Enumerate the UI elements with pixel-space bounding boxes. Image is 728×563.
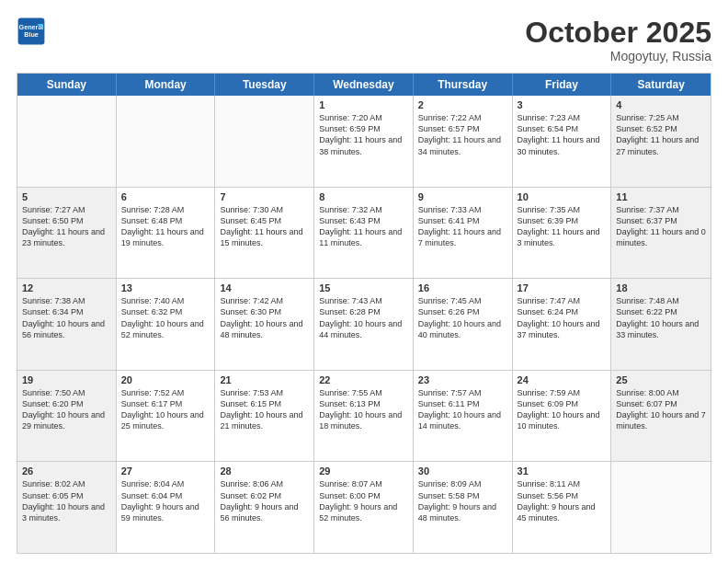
- cell-info: Sunrise: 7:47 AM Sunset: 6:24 PM Dayligh…: [518, 295, 607, 340]
- page: General Blue October 2025 Mogoytuy, Russ…: [0, 0, 728, 563]
- day-number: 29: [319, 465, 408, 477]
- day-number: 30: [418, 465, 507, 477]
- day-number: 15: [319, 282, 408, 293]
- cal-cell-r1c3: 8Sunrise: 7:32 AM Sunset: 6:43 PM Daylig…: [314, 188, 414, 279]
- day-number: 12: [22, 282, 111, 293]
- cell-info: Sunrise: 7:43 AM Sunset: 6:28 PM Dayligh…: [319, 295, 408, 340]
- day-number: 2: [418, 99, 507, 110]
- cal-cell-r2c5: 17Sunrise: 7:47 AM Sunset: 6:24 PM Dayli…: [513, 279, 612, 370]
- title-block: October 2025 Mogoytuy, Russia: [525, 17, 711, 63]
- header-tuesday: Tuesday: [215, 74, 314, 96]
- cal-cell-r3c4: 23Sunrise: 7:57 AM Sunset: 6:11 PM Dayli…: [414, 371, 513, 462]
- cell-info: Sunrise: 7:25 AM Sunset: 6:52 PM Dayligh…: [616, 112, 706, 157]
- day-number: 24: [518, 374, 607, 385]
- cal-cell-r3c3: 22Sunrise: 7:55 AM Sunset: 6:13 PM Dayli…: [314, 371, 414, 462]
- cell-info: Sunrise: 7:59 AM Sunset: 6:09 PM Dayligh…: [518, 387, 607, 432]
- calendar-body: 1Sunrise: 7:20 AM Sunset: 6:59 PM Daylig…: [17, 96, 711, 553]
- cal-cell-r3c1: 20Sunrise: 7:52 AM Sunset: 6:17 PM Dayli…: [117, 371, 216, 462]
- cell-info: Sunrise: 7:55 AM Sunset: 6:13 PM Dayligh…: [319, 387, 408, 432]
- day-number: 22: [319, 374, 408, 385]
- calendar: Sunday Monday Tuesday Wednesday Thursday…: [17, 73, 711, 554]
- cal-cell-r2c3: 15Sunrise: 7:43 AM Sunset: 6:28 PM Dayli…: [314, 279, 414, 370]
- calendar-header: Sunday Monday Tuesday Wednesday Thursday…: [17, 74, 711, 96]
- cell-info: Sunrise: 7:22 AM Sunset: 6:57 PM Dayligh…: [418, 112, 507, 157]
- cell-info: Sunrise: 7:42 AM Sunset: 6:30 PM Dayligh…: [220, 295, 309, 340]
- cell-info: Sunrise: 8:02 AM Sunset: 6:05 PM Dayligh…: [22, 478, 111, 523]
- day-number: 6: [121, 191, 210, 202]
- cal-cell-r4c3: 29Sunrise: 8:07 AM Sunset: 6:00 PM Dayli…: [314, 462, 414, 553]
- day-number: 18: [616, 282, 706, 293]
- cal-cell-r4c6: [611, 462, 711, 553]
- header-friday: Friday: [513, 74, 612, 96]
- cell-info: Sunrise: 8:04 AM Sunset: 6:04 PM Dayligh…: [121, 478, 210, 523]
- logo: General Blue: [17, 17, 46, 46]
- cell-info: Sunrise: 7:30 AM Sunset: 6:45 PM Dayligh…: [220, 204, 309, 249]
- cal-cell-r1c0: 5Sunrise: 7:27 AM Sunset: 6:50 PM Daylig…: [17, 188, 117, 279]
- day-number: 25: [616, 374, 706, 385]
- header-sunday: Sunday: [17, 74, 117, 96]
- logo-icon: General Blue: [17, 17, 46, 46]
- cell-info: Sunrise: 7:52 AM Sunset: 6:17 PM Dayligh…: [121, 387, 210, 432]
- day-number: 28: [220, 465, 309, 477]
- cal-cell-r3c2: 21Sunrise: 7:53 AM Sunset: 6:15 PM Dayli…: [215, 371, 314, 462]
- cal-cell-r0c0: [17, 96, 117, 187]
- day-number: 16: [418, 282, 507, 293]
- day-number: 4: [616, 99, 706, 110]
- day-number: 8: [319, 191, 408, 202]
- cal-cell-r0c6: 4Sunrise: 7:25 AM Sunset: 6:52 PM Daylig…: [611, 96, 711, 187]
- cell-info: Sunrise: 8:00 AM Sunset: 6:07 PM Dayligh…: [616, 387, 706, 432]
- day-number: 3: [518, 99, 607, 110]
- header-saturday: Saturday: [611, 74, 711, 96]
- cell-info: Sunrise: 8:06 AM Sunset: 6:02 PM Dayligh…: [220, 478, 309, 523]
- day-number: 1: [319, 99, 408, 110]
- cal-cell-r0c2: [215, 96, 314, 187]
- svg-text:Blue: Blue: [24, 30, 39, 39]
- day-number: 10: [518, 191, 607, 202]
- cal-cell-r1c5: 10Sunrise: 7:35 AM Sunset: 6:39 PM Dayli…: [513, 188, 612, 279]
- header-thursday: Thursday: [414, 74, 513, 96]
- cell-info: Sunrise: 7:48 AM Sunset: 6:22 PM Dayligh…: [616, 295, 706, 340]
- day-number: 31: [518, 465, 607, 477]
- cell-info: Sunrise: 7:37 AM Sunset: 6:37 PM Dayligh…: [616, 204, 706, 249]
- cal-cell-r0c4: 2Sunrise: 7:22 AM Sunset: 6:57 PM Daylig…: [414, 96, 513, 187]
- day-number: 20: [121, 374, 210, 385]
- location-title: Mogoytuy, Russia: [525, 49, 711, 63]
- cell-info: Sunrise: 7:28 AM Sunset: 6:48 PM Dayligh…: [121, 204, 210, 249]
- cell-info: Sunrise: 7:50 AM Sunset: 6:20 PM Dayligh…: [22, 387, 111, 432]
- calendar-row-3: 12Sunrise: 7:38 AM Sunset: 6:34 PM Dayli…: [17, 278, 711, 370]
- day-number: 26: [22, 465, 111, 477]
- cal-cell-r4c1: 27Sunrise: 8:04 AM Sunset: 6:04 PM Dayli…: [117, 462, 216, 553]
- cal-cell-r3c0: 19Sunrise: 7:50 AM Sunset: 6:20 PM Dayli…: [17, 371, 117, 462]
- cal-cell-r3c5: 24Sunrise: 7:59 AM Sunset: 6:09 PM Dayli…: [513, 371, 612, 462]
- cal-cell-r2c1: 13Sunrise: 7:40 AM Sunset: 6:32 PM Dayli…: [117, 279, 216, 370]
- cell-info: Sunrise: 7:27 AM Sunset: 6:50 PM Dayligh…: [22, 204, 111, 249]
- header-wednesday: Wednesday: [314, 74, 414, 96]
- day-number: 17: [518, 282, 607, 293]
- cell-info: Sunrise: 8:07 AM Sunset: 6:00 PM Dayligh…: [319, 478, 408, 523]
- calendar-row-2: 5Sunrise: 7:27 AM Sunset: 6:50 PM Daylig…: [17, 187, 711, 279]
- cell-info: Sunrise: 7:35 AM Sunset: 6:39 PM Dayligh…: [518, 204, 607, 249]
- day-number: 7: [220, 191, 309, 202]
- cell-info: Sunrise: 7:33 AM Sunset: 6:41 PM Dayligh…: [418, 204, 507, 249]
- cell-info: Sunrise: 7:57 AM Sunset: 6:11 PM Dayligh…: [418, 387, 507, 432]
- cell-info: Sunrise: 8:09 AM Sunset: 5:58 PM Dayligh…: [418, 478, 507, 523]
- cal-cell-r2c2: 14Sunrise: 7:42 AM Sunset: 6:30 PM Dayli…: [215, 279, 314, 370]
- cell-info: Sunrise: 7:32 AM Sunset: 6:43 PM Dayligh…: [319, 204, 408, 249]
- cell-info: Sunrise: 7:40 AM Sunset: 6:32 PM Dayligh…: [121, 295, 210, 340]
- day-number: 27: [121, 465, 210, 477]
- cal-cell-r1c1: 6Sunrise: 7:28 AM Sunset: 6:48 PM Daylig…: [117, 188, 216, 279]
- cal-cell-r1c4: 9Sunrise: 7:33 AM Sunset: 6:41 PM Daylig…: [414, 188, 513, 279]
- cell-info: Sunrise: 7:38 AM Sunset: 6:34 PM Dayligh…: [22, 295, 111, 340]
- day-number: 14: [220, 282, 309, 293]
- cal-cell-r3c6: 25Sunrise: 8:00 AM Sunset: 6:07 PM Dayli…: [611, 371, 711, 462]
- calendar-row-5: 26Sunrise: 8:02 AM Sunset: 6:05 PM Dayli…: [17, 461, 711, 553]
- calendar-row-1: 1Sunrise: 7:20 AM Sunset: 6:59 PM Daylig…: [17, 96, 711, 187]
- day-number: 19: [22, 374, 111, 385]
- day-number: 13: [121, 282, 210, 293]
- cell-info: Sunrise: 7:20 AM Sunset: 6:59 PM Dayligh…: [319, 112, 408, 157]
- cal-cell-r4c2: 28Sunrise: 8:06 AM Sunset: 6:02 PM Dayli…: [215, 462, 314, 553]
- cal-cell-r2c0: 12Sunrise: 7:38 AM Sunset: 6:34 PM Dayli…: [17, 279, 117, 370]
- cell-info: Sunrise: 7:53 AM Sunset: 6:15 PM Dayligh…: [220, 387, 309, 432]
- cal-cell-r1c6: 11Sunrise: 7:37 AM Sunset: 6:37 PM Dayli…: [611, 188, 711, 279]
- cell-info: Sunrise: 8:11 AM Sunset: 5:56 PM Dayligh…: [518, 478, 607, 523]
